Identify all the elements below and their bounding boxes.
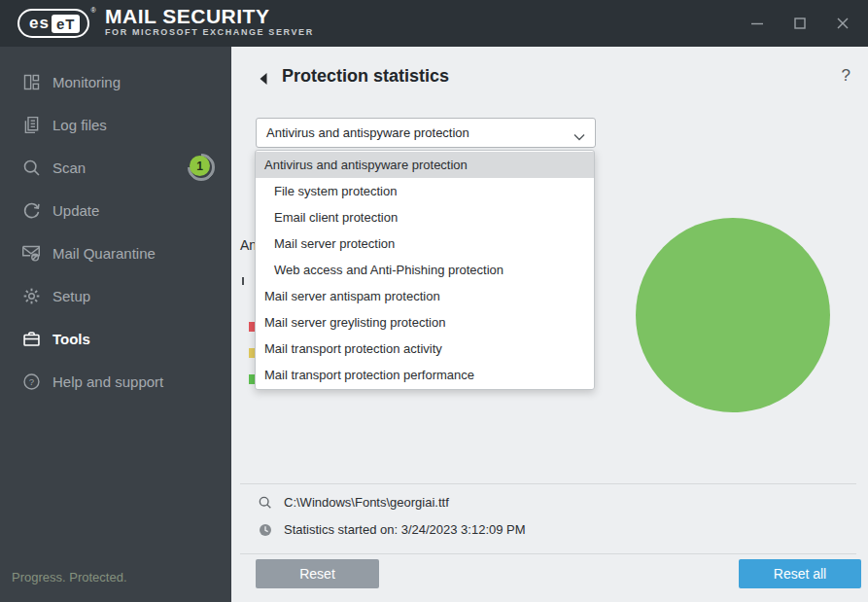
divider [240,553,856,554]
dropdown-option[interactable]: Mail transport protection performance [256,362,594,388]
statistics-type-dropdown-list: Antivirus and antispyware protection Fil… [255,150,595,390]
sidebar-item-update[interactable]: Update [0,189,231,231]
scanned-object-path: C:\Windows\Fonts\georgiai.ttf [284,495,449,510]
scan-icon [19,156,43,179]
sidebar-item-help-and-support[interactable]: ? Help and support [0,360,231,403]
dropdown-option[interactable]: Antivirus and antispyware protection [256,152,594,178]
chevron-down-icon [573,127,585,145]
search-icon [258,495,273,511]
dropdown-option[interactable]: File system protection [256,178,594,204]
dropdown-option[interactable]: Mail server antispam protection [256,283,594,309]
sidebar-item-monitoring[interactable]: Monitoring [0,60,231,103]
page-title: Protection statistics [282,66,449,87]
main-content: Protection statistics ? Antivirus and an… [231,47,868,602]
back-icon[interactable] [259,72,268,89]
logo-es-text: es [29,14,50,33]
status-tagline: Progress. Protected. [12,570,127,584]
scan-count-badge: 1 [190,156,210,176]
dropdown-option[interactable]: Mail server protection [256,230,594,257]
titlebar: es eT ® MAIL SECURITY FOR MICROSOFT EXCH… [0,0,868,47]
dropdown-option[interactable]: Email client protection [256,204,594,230]
tools-briefcase-icon [19,327,43,350]
chart-legend-fragment [242,277,244,285]
product-name: MAIL SECURITY [105,6,314,27]
setup-gear-icon [19,284,43,307]
log-files-icon [19,113,43,136]
dropdown-option[interactable]: Web access and Anti-Phishing protection [256,257,594,283]
product-subtitle: FOR MICROSOFT EXCHANGE SERVER [105,27,314,37]
reset-button[interactable]: Reset [256,559,379,588]
dropdown-option[interactable]: Mail transport protection activity [256,336,594,362]
monitoring-icon [19,70,43,93]
help-icon: ? [19,370,43,393]
minimize-icon[interactable] [749,16,765,31]
selected-option-label: Antivirus and antispyware protection [266,119,469,147]
mail-quarantine-icon [19,241,43,265]
statistics-started-text: Statistics started on: 3/24/2023 3:12:09… [284,522,526,537]
scanned-object-row: C:\Windows\Fonts\georgiai.ttf [231,493,868,516]
window-controls [749,0,851,47]
update-icon [19,198,43,222]
reset-all-button[interactable]: Reset all [739,559,861,588]
svg-text:?: ? [28,376,33,387]
protection-statistics-pie-chart [636,218,830,412]
sidebar-item-log-files[interactable]: Log files [0,103,231,146]
statistics-started-row: Statistics started on: 3/24/2023 3:12:09… [231,520,868,544]
clock-icon [258,522,273,538]
sidebar-item-setup[interactable]: Setup [0,274,231,317]
app-window: es eT ® MAIL SECURITY FOR MICROSOFT EXCH… [0,0,868,602]
eset-logo: es eT ® [17,9,96,38]
logo-et-text: eT [52,15,81,33]
sidebar-item-mail-quarantine[interactable]: Mail Quarantine [0,231,231,274]
close-icon[interactable] [835,16,851,31]
dropdown-option[interactable]: Mail server greylisting protection [256,309,594,336]
help-question-icon[interactable]: ? [842,66,851,86]
page-header: Protection statistics ? [231,47,868,105]
maximize-icon[interactable] [792,16,808,31]
divider [240,483,856,484]
sidebar-item-scan[interactable]: Scan 1 [0,146,231,189]
sidebar-item-tools[interactable]: Tools [0,317,231,360]
statistics-type-select[interactable]: Antivirus and antispyware protection [256,118,596,148]
sidebar: Monitoring Log files Scan [0,47,231,602]
registered-mark: ® [90,7,95,14]
scan-progress-badge: 1 [188,154,215,181]
